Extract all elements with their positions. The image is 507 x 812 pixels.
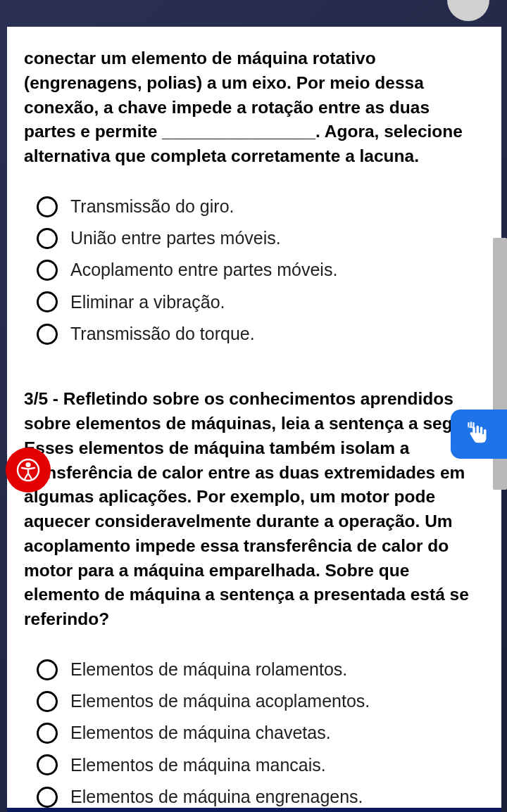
q3-option-1-label: Elementos de máquina acoplamentos. [70, 690, 370, 712]
quiz-card: conectar um elemento de máquina rotativo… [7, 27, 501, 808]
q3-option-3[interactable]: Elementos de máquina mancais. [37, 754, 484, 776]
q3-option-0-label: Elementos de máquina rolamentos. [70, 659, 347, 680]
q3-option-3-label: Elementos de máquina mancais. [70, 754, 326, 776]
q3-option-1[interactable]: Elementos de máquina acoplamentos. [37, 690, 484, 712]
q3-option-4-label: Elementos de máquina engrenagens. [70, 786, 363, 808]
q2-option-2[interactable]: Acoplamento entre partes móveis. [37, 259, 484, 281]
q2-option-0[interactable]: Transmissão do giro. [37, 196, 484, 217]
q3-option-4[interactable]: Elementos de máquina engrenagens. [37, 786, 484, 808]
bottom-bar [7, 808, 501, 812]
radio-icon [37, 659, 58, 680]
radio-icon [37, 754, 58, 775]
sign-language-icon [464, 419, 494, 449]
q2-option-4[interactable]: Transmissão do torque. [37, 323, 484, 345]
question-2-block: conectar um elemento de máquina rotativo… [24, 46, 484, 345]
q2-option-1-label: União entre partes móveis. [70, 227, 281, 249]
q2-option-3[interactable]: Eliminar a vibração. [37, 291, 484, 313]
radio-icon [37, 196, 58, 217]
q3-option-2-label: Elementos de máquina chavetas. [70, 722, 331, 744]
q3-option-0[interactable]: Elementos de máquina rolamentos. [37, 659, 484, 680]
q2-option-2-label: Acoplamento entre partes móveis. [70, 259, 337, 281]
question-3-block: 3/5 - Refletindo sobre os conhecimentos … [24, 387, 484, 808]
radio-icon [37, 787, 58, 808]
radio-icon [37, 691, 58, 712]
q2-option-3-label: Eliminar a vibração. [70, 291, 225, 313]
q3-option-2[interactable]: Elementos de máquina chavetas. [37, 722, 484, 744]
svg-point-1 [27, 463, 30, 467]
question-3-text: 3/5 - Refletindo sobre os conhecimentos … [24, 387, 484, 632]
accessibility-button[interactable] [6, 448, 51, 493]
radio-icon [37, 291, 58, 312]
question-3-options: Elementos de máquina rolamentos. Element… [24, 659, 484, 808]
q2-option-1[interactable]: União entre partes móveis. [37, 227, 484, 249]
radio-icon [37, 723, 58, 744]
radio-icon [37, 324, 58, 345]
question-2-text: conectar um elemento de máquina rotativo… [24, 46, 484, 169]
q2-option-0-label: Transmissão do giro. [70, 196, 234, 217]
radio-icon [37, 260, 58, 281]
q2-option-4-label: Transmissão do torque. [70, 323, 255, 345]
accessibility-icon [15, 457, 41, 483]
radio-icon [37, 228, 58, 249]
question-2-options: Transmissão do giro. União entre partes … [24, 196, 484, 345]
sign-language-button[interactable] [451, 410, 507, 459]
